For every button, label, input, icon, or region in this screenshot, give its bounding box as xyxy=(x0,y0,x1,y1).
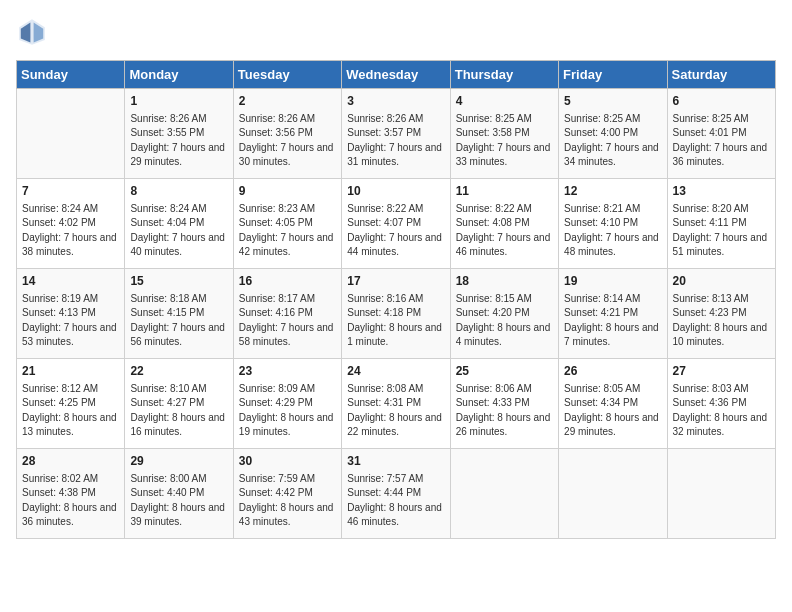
day-info: Sunrise: 7:57 AMSunset: 4:44 PMDaylight:… xyxy=(347,472,444,530)
calendar-cell: 26Sunrise: 8:05 AMSunset: 4:34 PMDayligh… xyxy=(559,359,667,449)
calendar-cell: 20Sunrise: 8:13 AMSunset: 4:23 PMDayligh… xyxy=(667,269,775,359)
weekday-header: Saturday xyxy=(667,61,775,89)
calendar-cell xyxy=(450,449,558,539)
calendar-week-row: 14Sunrise: 8:19 AMSunset: 4:13 PMDayligh… xyxy=(17,269,776,359)
day-number: 16 xyxy=(239,273,336,290)
calendar-cell: 10Sunrise: 8:22 AMSunset: 4:07 PMDayligh… xyxy=(342,179,450,269)
day-number: 2 xyxy=(239,93,336,110)
weekday-header: Friday xyxy=(559,61,667,89)
weekday-header: Sunday xyxy=(17,61,125,89)
calendar-cell: 15Sunrise: 8:18 AMSunset: 4:15 PMDayligh… xyxy=(125,269,233,359)
day-number: 6 xyxy=(673,93,770,110)
day-info: Sunrise: 8:00 AMSunset: 4:40 PMDaylight:… xyxy=(130,472,227,530)
day-info: Sunrise: 7:59 AMSunset: 4:42 PMDaylight:… xyxy=(239,472,336,530)
day-number: 20 xyxy=(673,273,770,290)
calendar-cell: 11Sunrise: 8:22 AMSunset: 4:08 PMDayligh… xyxy=(450,179,558,269)
logo xyxy=(16,16,52,48)
day-info: Sunrise: 8:26 AMSunset: 3:56 PMDaylight:… xyxy=(239,112,336,170)
day-number: 3 xyxy=(347,93,444,110)
calendar-cell: 4Sunrise: 8:25 AMSunset: 3:58 PMDaylight… xyxy=(450,89,558,179)
day-info: Sunrise: 8:05 AMSunset: 4:34 PMDaylight:… xyxy=(564,382,661,440)
day-info: Sunrise: 8:03 AMSunset: 4:36 PMDaylight:… xyxy=(673,382,770,440)
day-number: 7 xyxy=(22,183,119,200)
day-number: 24 xyxy=(347,363,444,380)
day-info: Sunrise: 8:24 AMSunset: 4:02 PMDaylight:… xyxy=(22,202,119,260)
calendar-cell: 29Sunrise: 8:00 AMSunset: 4:40 PMDayligh… xyxy=(125,449,233,539)
calendar-week-row: 21Sunrise: 8:12 AMSunset: 4:25 PMDayligh… xyxy=(17,359,776,449)
day-number: 21 xyxy=(22,363,119,380)
calendar-cell: 2Sunrise: 8:26 AMSunset: 3:56 PMDaylight… xyxy=(233,89,341,179)
day-info: Sunrise: 8:26 AMSunset: 3:57 PMDaylight:… xyxy=(347,112,444,170)
calendar-week-row: 28Sunrise: 8:02 AMSunset: 4:38 PMDayligh… xyxy=(17,449,776,539)
calendar-week-row: 7Sunrise: 8:24 AMSunset: 4:02 PMDaylight… xyxy=(17,179,776,269)
calendar-cell: 23Sunrise: 8:09 AMSunset: 4:29 PMDayligh… xyxy=(233,359,341,449)
calendar-cell: 27Sunrise: 8:03 AMSunset: 4:36 PMDayligh… xyxy=(667,359,775,449)
day-number: 29 xyxy=(130,453,227,470)
day-info: Sunrise: 8:17 AMSunset: 4:16 PMDaylight:… xyxy=(239,292,336,350)
day-number: 17 xyxy=(347,273,444,290)
day-number: 4 xyxy=(456,93,553,110)
day-info: Sunrise: 8:14 AMSunset: 4:21 PMDaylight:… xyxy=(564,292,661,350)
calendar-cell: 25Sunrise: 8:06 AMSunset: 4:33 PMDayligh… xyxy=(450,359,558,449)
day-info: Sunrise: 8:22 AMSunset: 4:08 PMDaylight:… xyxy=(456,202,553,260)
day-number: 1 xyxy=(130,93,227,110)
calendar-cell: 7Sunrise: 8:24 AMSunset: 4:02 PMDaylight… xyxy=(17,179,125,269)
logo-icon xyxy=(16,16,48,48)
calendar-cell: 8Sunrise: 8:24 AMSunset: 4:04 PMDaylight… xyxy=(125,179,233,269)
calendar-cell: 16Sunrise: 8:17 AMSunset: 4:16 PMDayligh… xyxy=(233,269,341,359)
day-info: Sunrise: 8:19 AMSunset: 4:13 PMDaylight:… xyxy=(22,292,119,350)
day-info: Sunrise: 8:12 AMSunset: 4:25 PMDaylight:… xyxy=(22,382,119,440)
day-number: 11 xyxy=(456,183,553,200)
day-number: 26 xyxy=(564,363,661,380)
day-number: 5 xyxy=(564,93,661,110)
calendar-cell: 13Sunrise: 8:20 AMSunset: 4:11 PMDayligh… xyxy=(667,179,775,269)
calendar-cell: 9Sunrise: 8:23 AMSunset: 4:05 PMDaylight… xyxy=(233,179,341,269)
day-number: 10 xyxy=(347,183,444,200)
weekday-header: Monday xyxy=(125,61,233,89)
day-info: Sunrise: 8:13 AMSunset: 4:23 PMDaylight:… xyxy=(673,292,770,350)
calendar-table: SundayMondayTuesdayWednesdayThursdayFrid… xyxy=(16,60,776,539)
day-info: Sunrise: 8:21 AMSunset: 4:10 PMDaylight:… xyxy=(564,202,661,260)
day-number: 31 xyxy=(347,453,444,470)
day-info: Sunrise: 8:22 AMSunset: 4:07 PMDaylight:… xyxy=(347,202,444,260)
day-number: 28 xyxy=(22,453,119,470)
day-info: Sunrise: 8:20 AMSunset: 4:11 PMDaylight:… xyxy=(673,202,770,260)
day-info: Sunrise: 8:10 AMSunset: 4:27 PMDaylight:… xyxy=(130,382,227,440)
day-info: Sunrise: 8:25 AMSunset: 4:00 PMDaylight:… xyxy=(564,112,661,170)
calendar-cell: 31Sunrise: 7:57 AMSunset: 4:44 PMDayligh… xyxy=(342,449,450,539)
calendar-cell: 5Sunrise: 8:25 AMSunset: 4:00 PMDaylight… xyxy=(559,89,667,179)
day-number: 19 xyxy=(564,273,661,290)
day-number: 23 xyxy=(239,363,336,380)
weekday-header-row: SundayMondayTuesdayWednesdayThursdayFrid… xyxy=(17,61,776,89)
day-info: Sunrise: 8:24 AMSunset: 4:04 PMDaylight:… xyxy=(130,202,227,260)
day-info: Sunrise: 8:02 AMSunset: 4:38 PMDaylight:… xyxy=(22,472,119,530)
calendar-cell: 6Sunrise: 8:25 AMSunset: 4:01 PMDaylight… xyxy=(667,89,775,179)
calendar-cell: 1Sunrise: 8:26 AMSunset: 3:55 PMDaylight… xyxy=(125,89,233,179)
calendar-cell xyxy=(559,449,667,539)
day-number: 8 xyxy=(130,183,227,200)
calendar-cell: 12Sunrise: 8:21 AMSunset: 4:10 PMDayligh… xyxy=(559,179,667,269)
day-number: 12 xyxy=(564,183,661,200)
calendar-cell: 30Sunrise: 7:59 AMSunset: 4:42 PMDayligh… xyxy=(233,449,341,539)
calendar-cell: 19Sunrise: 8:14 AMSunset: 4:21 PMDayligh… xyxy=(559,269,667,359)
calendar-cell: 28Sunrise: 8:02 AMSunset: 4:38 PMDayligh… xyxy=(17,449,125,539)
day-info: Sunrise: 8:25 AMSunset: 4:01 PMDaylight:… xyxy=(673,112,770,170)
calendar-cell xyxy=(17,89,125,179)
day-number: 14 xyxy=(22,273,119,290)
calendar-week-row: 1Sunrise: 8:26 AMSunset: 3:55 PMDaylight… xyxy=(17,89,776,179)
weekday-header: Tuesday xyxy=(233,61,341,89)
day-info: Sunrise: 8:06 AMSunset: 4:33 PMDaylight:… xyxy=(456,382,553,440)
weekday-header: Thursday xyxy=(450,61,558,89)
calendar-cell: 22Sunrise: 8:10 AMSunset: 4:27 PMDayligh… xyxy=(125,359,233,449)
weekday-header: Wednesday xyxy=(342,61,450,89)
calendar-cell: 3Sunrise: 8:26 AMSunset: 3:57 PMDaylight… xyxy=(342,89,450,179)
page-header xyxy=(16,16,776,48)
day-number: 9 xyxy=(239,183,336,200)
day-info: Sunrise: 8:18 AMSunset: 4:15 PMDaylight:… xyxy=(130,292,227,350)
calendar-cell: 24Sunrise: 8:08 AMSunset: 4:31 PMDayligh… xyxy=(342,359,450,449)
calendar-cell: 14Sunrise: 8:19 AMSunset: 4:13 PMDayligh… xyxy=(17,269,125,359)
day-number: 15 xyxy=(130,273,227,290)
day-info: Sunrise: 8:16 AMSunset: 4:18 PMDaylight:… xyxy=(347,292,444,350)
day-number: 25 xyxy=(456,363,553,380)
calendar-cell xyxy=(667,449,775,539)
